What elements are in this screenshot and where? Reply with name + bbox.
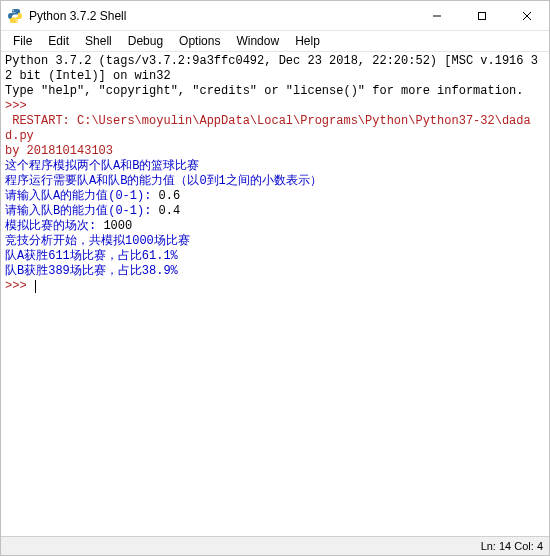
svg-point-0 [13,9,14,10]
svg-point-1 [16,20,17,21]
window-title: Python 3.7.2 Shell [29,9,414,23]
status-bar: Ln: 14 Col: 4 [1,536,549,555]
menu-file[interactable]: File [5,33,40,49]
restart-line: RESTART: C:\Users\moyulin\AppData\Local\… [5,114,531,143]
input-value-matches: 1000 [103,219,132,233]
output-line: 这个程序模拟两个队A和B的篮球比赛 [5,159,199,173]
output-line: 程序运行需要队A和队B的能力值（以0到1之间的小数表示） [5,174,322,188]
svg-rect-3 [478,12,485,19]
menu-window[interactable]: Window [228,33,287,49]
input-value-a: 0.6 [159,189,181,203]
menu-debug[interactable]: Debug [120,33,171,49]
close-button[interactable] [504,1,549,30]
by-line: by 201810143103 [5,144,113,158]
menu-edit[interactable]: Edit [40,33,77,49]
menu-shell[interactable]: Shell [77,33,120,49]
window-controls [414,1,549,30]
output-line: 队A获胜611场比赛，占比61.1% [5,249,178,263]
menu-help[interactable]: Help [287,33,328,49]
input-prompt-matches: 模拟比赛的场次: [5,219,103,233]
prompt: >>> [5,99,34,113]
console-output[interactable]: Python 3.7.2 (tags/v3.7.2:9a3ffc0492, De… [1,52,549,536]
minimize-button[interactable] [414,1,459,30]
python-version-line: Python 3.7.2 (tags/v3.7.2:9a3ffc0492, De… [5,54,538,83]
input-prompt-a: 请输入队A的能力值(0-1): [5,189,159,203]
input-value-b: 0.4 [159,204,181,218]
cursor-position: Ln: 14 Col: 4 [481,540,543,552]
python-shell-window: Python 3.7.2 Shell File Edit Shell Debug… [0,0,550,556]
output-line: 队B获胜389场比赛，占比38.9% [5,264,178,278]
title-bar: Python 3.7.2 Shell [1,1,549,31]
python-help-line: Type "help", "copyright", "credits" or "… [5,84,523,98]
python-icon [7,8,23,24]
maximize-button[interactable] [459,1,504,30]
menu-bar: File Edit Shell Debug Options Window Hel… [1,31,549,52]
output-line: 竞技分析开始，共模拟1000场比赛 [5,234,190,248]
prompt: >>> [5,279,34,293]
input-prompt-b: 请输入队B的能力值(0-1): [5,204,159,218]
text-cursor [35,280,36,293]
menu-options[interactable]: Options [171,33,228,49]
